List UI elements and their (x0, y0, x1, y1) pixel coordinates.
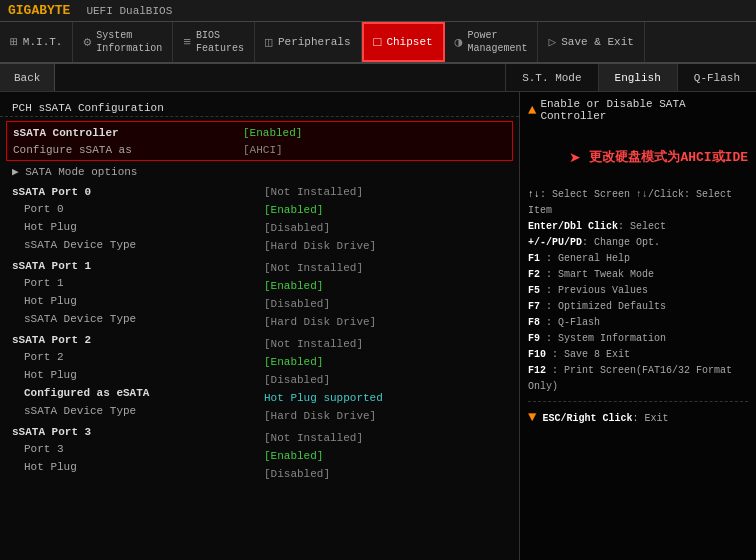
triangle-indicator: ▲ (528, 102, 536, 118)
main-content: PCH sSATA Configuration sSATA Controller… (0, 92, 756, 560)
port0-enabled: [Enabled] (264, 204, 323, 216)
tab-peripherals[interactable]: ◫ Peripherals (255, 22, 361, 62)
nav-bar: ⊞ M.I.T. ⚙ System Information ≡ BIOS Fea… (0, 22, 756, 64)
port3-item[interactable]: Port 3 (0, 440, 260, 458)
tab-save-exit[interactable]: ▷ Save & Exit (538, 22, 644, 62)
shortcut-f10: F10 : Save 8 Exit (528, 347, 748, 363)
ssata-port0-header: sSATA Port 0 (0, 184, 260, 200)
port1-devtype-label: sSATA Device Type (24, 313, 254, 325)
save-icon: ▷ (548, 34, 556, 50)
port0-hotplug-val: [Disabled] (264, 222, 330, 234)
power-icon: ◑ (455, 34, 463, 50)
tab-bios[interactable]: ≡ BIOS Features (173, 22, 255, 62)
port1-devtype-item[interactable]: sSATA Device Type (0, 310, 260, 328)
shortcut-esc: ▼ ESC/Right Click: Exit (528, 406, 748, 428)
port3-hotplug-label: Hot Plug (24, 461, 254, 473)
tab-mit[interactable]: ⊞ M.I.T. (0, 22, 73, 62)
port3-hotplug-val: [Disabled] (264, 468, 330, 480)
port3-status: [Not Installed] (264, 432, 363, 444)
port2-hotplug-val: [Disabled] (264, 374, 330, 386)
port0-devtype-label: sSATA Device Type (24, 239, 254, 251)
port2-label: Port 2 (24, 351, 254, 363)
port0-values: [Not Installed] [Enabled] [Disabled] [Ha… (260, 184, 519, 256)
configure-label: Configure sSATA as (13, 144, 243, 156)
shortcut-f9: F9 : System Information (528, 331, 748, 347)
bios-icon: ≡ (183, 35, 191, 50)
port0-hotplug-item[interactable]: Hot Plug (0, 218, 260, 236)
shortcut-enter: Enter/Dbl Click: Select (528, 219, 748, 235)
configure-value: [AHCI] (243, 144, 283, 156)
sata-mode-label: ▶ SATA Mode options (12, 165, 242, 178)
ssata-controller-label: sSATA Controller (13, 127, 243, 139)
shortcut-change: +/-/PU/PD: Change Opt. (528, 235, 748, 251)
english-button[interactable]: English (598, 64, 677, 91)
port0-devtype-val: [Hard Disk Drive] (264, 240, 376, 252)
port0-item[interactable]: Port 0 (0, 200, 260, 218)
port3-hotplug-item[interactable]: Hot Plug (0, 458, 260, 476)
port2-enabled: [Enabled] (264, 356, 323, 368)
port3-label: Port 3 (24, 443, 254, 455)
q-flash-button[interactable]: Q-Flash (677, 64, 756, 91)
port0-status: [Not Installed] (264, 186, 363, 198)
port2-hotplug-label: Hot Plug (24, 369, 254, 381)
port1-hotplug-item[interactable]: Hot Plug (0, 292, 260, 310)
arrow-icon: ➤ (569, 146, 581, 171)
brand-name: GIGABYTE (8, 3, 70, 18)
port2-devtype-item[interactable]: sSATA Device Type (0, 402, 260, 420)
help-area: ▲ Enable or Disable SATA Controller (528, 98, 748, 122)
section-title: PCH sSATA Configuration (0, 98, 519, 117)
ssata-controller-value: [Enabled] (243, 127, 302, 139)
shortcut-f2: F2 : Smart Tweak Mode (528, 267, 748, 283)
annotation-area: ➤ 更改硬盘模式为AHCI或IDE (528, 146, 748, 171)
port0-hotplug-label: Hot Plug (24, 221, 254, 233)
ssata-port2-group: sSATA Port 2 Port 2 Hot Plug Configured … (0, 332, 260, 420)
port1-hotplug-label: Hot Plug (24, 295, 254, 307)
port0-label: Port 0 (24, 203, 254, 215)
port1-values: [Not Installed] [Enabled] [Disabled] [Ha… (260, 260, 519, 332)
port1-status: [Not Installed] (264, 262, 363, 274)
port2-status: [Not Installed] (264, 338, 363, 350)
ssata-controller-row[interactable]: sSATA Controller [Enabled] Configure sSA… (6, 121, 513, 161)
shortcut-f12: F12 : Print Screen(FAT16/32 Format Only) (528, 363, 748, 395)
peripherals-icon: ◫ (265, 34, 273, 50)
port0-devtype-item[interactable]: sSATA Device Type (0, 236, 260, 254)
brand-bar: GIGABYTE UEFI DualBIOS (0, 0, 756, 22)
shortcut-navigate: ↑↓: Select Screen ↑↓/Click: Select Item (528, 187, 748, 219)
bios-type: UEFI DualBIOS (86, 5, 172, 17)
ssata-port2-header: sSATA Port 2 (0, 332, 260, 348)
tab-power[interactable]: ◑ Power Management (445, 22, 539, 62)
port2-hotplug-item[interactable]: Hot Plug (0, 366, 260, 384)
chipset-icon: □ (374, 35, 382, 50)
sata-mode-options[interactable]: ▶ SATA Mode options (0, 162, 519, 180)
help-text: Enable or Disable SATA Controller (540, 98, 748, 122)
ssata-port1-header: sSATA Port 1 (0, 258, 260, 274)
port1-enabled: [Enabled] (264, 280, 323, 292)
system-icon: ⚙ (83, 34, 91, 50)
annotation-text: 更改硬盘模式为AHCI或IDE (589, 149, 748, 167)
back-button[interactable]: Back (0, 64, 55, 91)
st-mode-button[interactable]: S.T. Mode (505, 64, 597, 91)
port-col-right: [Not Installed] [Enabled] [Disabled] [Ha… (260, 180, 519, 484)
triangle-bottom: ▼ (528, 409, 536, 425)
tab-system[interactable]: ⚙ System Information (73, 22, 173, 62)
tab-chipset[interactable]: □ Chipset (362, 22, 445, 62)
left-panel: PCH sSATA Configuration sSATA Controller… (0, 92, 520, 560)
right-panel: ▲ Enable or Disable SATA Controller ➤ 更改… (520, 92, 756, 560)
action-bar: Back S.T. Mode English Q-Flash (0, 64, 756, 92)
shortcut-f5: F5 : Previous Values (528, 283, 748, 299)
port1-devtype-val: [Hard Disk Drive] (264, 316, 376, 328)
port-col-left: sSATA Port 0 Port 0 Hot Plug sSATA Devic… (0, 180, 260, 484)
shortcut-f7: F7 : Optimized Defaults (528, 299, 748, 315)
port2-item[interactable]: Port 2 (0, 348, 260, 366)
ssata-port3-group: sSATA Port 3 Port 3 Hot Plug (0, 424, 260, 476)
port2-esata-item[interactable]: Configured as eSATA (0, 384, 260, 402)
ssata-port1-group: sSATA Port 1 Port 1 Hot Plug sSATA Devic… (0, 258, 260, 328)
shortcut-f8: F8 : Q-Flash (528, 315, 748, 331)
port1-hotplug-val: [Disabled] (264, 298, 330, 310)
ssata-port3-header: sSATA Port 3 (0, 424, 260, 440)
action-bar-right: S.T. Mode English Q-Flash (505, 64, 756, 91)
shortcut-list: ↑↓: Select Screen ↑↓/Click: Select Item … (528, 187, 748, 428)
port3-enabled: [Enabled] (264, 450, 323, 462)
port2-esata-label: Configured as eSATA (24, 387, 254, 399)
port1-item[interactable]: Port 1 (0, 274, 260, 292)
